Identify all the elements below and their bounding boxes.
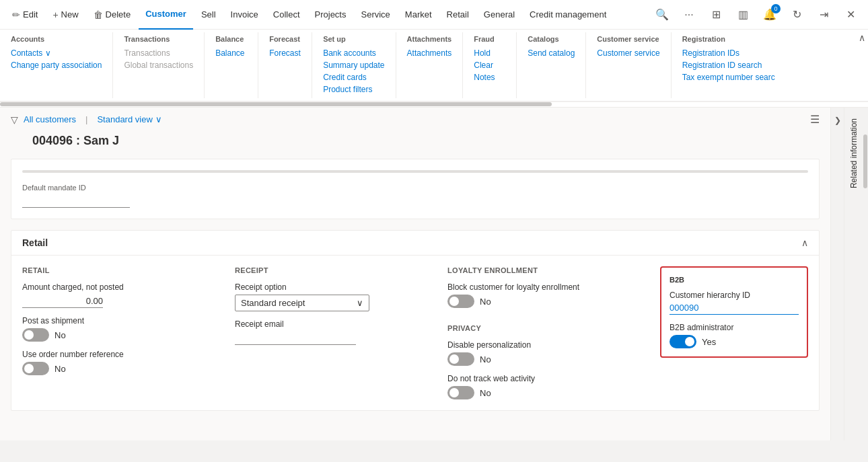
nav-general[interactable]: General <box>477 0 521 30</box>
b2b-admin-toggle[interactable] <box>670 335 696 348</box>
all-customers-link[interactable]: All customers <box>24 114 76 124</box>
retail-section: Retail ∧ RETAIL Amount charged, not post… <box>11 230 820 411</box>
receipt-col: RECEIPT Receipt option Standard receipt … <box>235 266 431 399</box>
scroll-thumb <box>0 102 552 106</box>
nav-retail[interactable]: Retail <box>440 0 476 30</box>
mega-link-contacts[interactable]: Contacts ∨ <box>11 47 102 59</box>
privacy-group-label: PRIVACY <box>447 324 644 332</box>
mega-link-attachments[interactable]: Attachments <box>407 47 452 59</box>
more-button[interactable]: ··· <box>677 3 701 27</box>
retail-col: RETAIL Amount charged, not posted 0.00 P… <box>22 266 219 399</box>
retail-section-title: Retail <box>22 237 48 248</box>
nav-service[interactable]: Service <box>354 0 396 30</box>
mega-link-product-filters[interactable]: Product filters <box>323 83 384 95</box>
nav-invoice[interactable]: Invoice <box>224 0 265 30</box>
amount-value: 0.00 <box>22 295 103 308</box>
mega-link-credit-cards[interactable]: Credit cards <box>323 71 384 83</box>
filter-bar: ▽ All customers | Standard view ∨ ☰ <box>0 108 830 131</box>
panel-icon[interactable]: ▥ <box>731 3 755 27</box>
chevron-down-icon: ∨ <box>155 114 162 124</box>
mega-link-send-catalog[interactable]: Send catalog <box>528 47 575 59</box>
do-not-track-field: Do not track web activity No <box>447 374 644 399</box>
mega-link-hold[interactable]: Hold <box>474 47 505 59</box>
mega-link-registration-search[interactable]: Registration ID search <box>682 59 775 71</box>
right-side-panel: ❯ Related information <box>830 108 868 440</box>
filter-icon[interactable]: ▽ <box>11 114 18 125</box>
customer-hierarchy-value[interactable]: 000090 <box>670 303 799 315</box>
related-info-panel[interactable]: Related information <box>844 108 863 440</box>
vertical-scrollbar[interactable] <box>863 108 868 440</box>
view-selector[interactable]: Standard view ∨ <box>97 114 161 124</box>
order-number-label: Use order number reference <box>22 350 219 359</box>
b2b-box: B2B Customer hierarchy ID 000090 B2B adm… <box>660 266 808 358</box>
nav-customer[interactable]: Customer <box>139 0 193 30</box>
retail-group-label: RETAIL <box>22 266 219 274</box>
top-nav: ✏ Edit + New 🗑 Delete Customer Sell Invo… <box>0 0 868 30</box>
receipt-option-select[interactable]: Standard receipt ∨ <box>235 295 369 311</box>
progress-bar <box>22 170 808 173</box>
order-number-text: No <box>55 364 66 374</box>
order-number-field: Use order number reference No <box>22 350 219 375</box>
mega-link-registration-ids[interactable]: Registration IDs <box>682 47 775 59</box>
b2b-admin-field: B2B administrator Yes <box>670 323 799 348</box>
mega-link-bank-accounts[interactable]: Bank accounts <box>323 47 384 59</box>
nav-projects[interactable]: Projects <box>308 0 353 30</box>
post-shipment-toggle[interactable] <box>22 328 49 342</box>
nav-delete[interactable]: 🗑 Delete <box>87 0 138 30</box>
mega-section-catalogs: Catalogs Send catalog <box>517 32 586 98</box>
collapse-panel-button[interactable]: ❯ <box>832 113 844 128</box>
mega-section-attachments: Attachments Attachments <box>396 32 464 98</box>
grid-icon[interactable]: ⊞ <box>704 3 728 27</box>
content-body: Default mandate ID Retail ∧ RETAIL Amoun… <box>0 153 830 422</box>
mega-link-notes[interactable]: Notes <box>474 71 505 83</box>
hamburger-icon[interactable]: ☰ <box>810 113 820 126</box>
search-button[interactable]: 🔍 <box>650 3 674 27</box>
page-title: 004096 : Sam J <box>32 134 119 148</box>
page-title-bar: 004096 : Sam J <box>0 131 830 153</box>
receipt-email-input[interactable] <box>235 332 356 345</box>
mega-link-customer-service[interactable]: Customer service <box>597 47 659 59</box>
mandate-section: Default mandate ID <box>11 159 820 219</box>
plus-icon: + <box>52 9 58 20</box>
breadcrumb-separator: | <box>85 114 87 124</box>
forward-button[interactable]: ⇥ <box>811 3 836 27</box>
mega-link-transactions: Transactions <box>124 47 193 59</box>
mega-link-summary-update[interactable]: Summary update <box>323 59 384 71</box>
mega-link-balance[interactable]: Balance <box>215 47 247 59</box>
mega-link-forecast[interactable]: Forecast <box>269 47 301 59</box>
post-shipment-label: Post as shipment <box>22 316 219 325</box>
mandate-label: Default mandate ID <box>22 184 808 192</box>
do-not-track-toggle[interactable] <box>447 386 474 399</box>
mega-section-transactions: Transactions Transactions Global transac… <box>113 32 205 98</box>
dropdown-arrow-icon: ∨ <box>357 298 363 308</box>
nav-edit[interactable]: ✏ Edit <box>5 0 44 30</box>
receipt-option-label: Receipt option <box>235 282 431 292</box>
mandate-input[interactable] <box>22 194 130 208</box>
loyalty-group-label: LOYALTY ENROLLMENT <box>447 266 644 274</box>
mega-link-change-party[interactable]: Change party association <box>11 59 102 71</box>
nav-new[interactable]: + New <box>46 0 85 30</box>
notification-button[interactable]: 🔔 0 <box>758 3 782 27</box>
mega-link-tax-exempt[interactable]: Tax exempt number searc <box>682 71 775 83</box>
horizontal-scrollbar[interactable] <box>0 102 868 108</box>
receipt-email-label: Receipt email <box>235 319 431 329</box>
nav-collect[interactable]: Collect <box>266 0 307 30</box>
block-toggle[interactable] <box>447 295 474 308</box>
disable-personalization-toggle[interactable] <box>447 352 474 366</box>
receipt-group-label: RECEIPT <box>235 266 431 274</box>
nav-credit[interactable]: Credit management <box>523 0 613 30</box>
b2b-admin-toggle-row: Yes <box>670 335 799 348</box>
close-button[interactable]: ✕ <box>838 3 863 27</box>
mega-section-balance: Balance Balance <box>205 32 258 98</box>
mega-collapse-button[interactable]: ∧ <box>859 32 865 43</box>
order-number-toggle[interactable] <box>22 362 49 375</box>
retail-section-header[interactable]: Retail ∧ <box>11 231 819 256</box>
customer-hierarchy-field: Customer hierarchy ID 000090 <box>670 291 799 323</box>
nav-sell[interactable]: Sell <box>194 0 223 30</box>
do-not-track-text: No <box>480 388 491 398</box>
mega-section-forecast: Forecast Forecast <box>258 32 312 98</box>
refresh-button[interactable]: ↻ <box>785 3 809 27</box>
mega-link-global-transactions: Global transactions <box>124 59 193 71</box>
mega-link-clear[interactable]: Clear <box>474 59 505 71</box>
nav-market[interactable]: Market <box>398 0 439 30</box>
